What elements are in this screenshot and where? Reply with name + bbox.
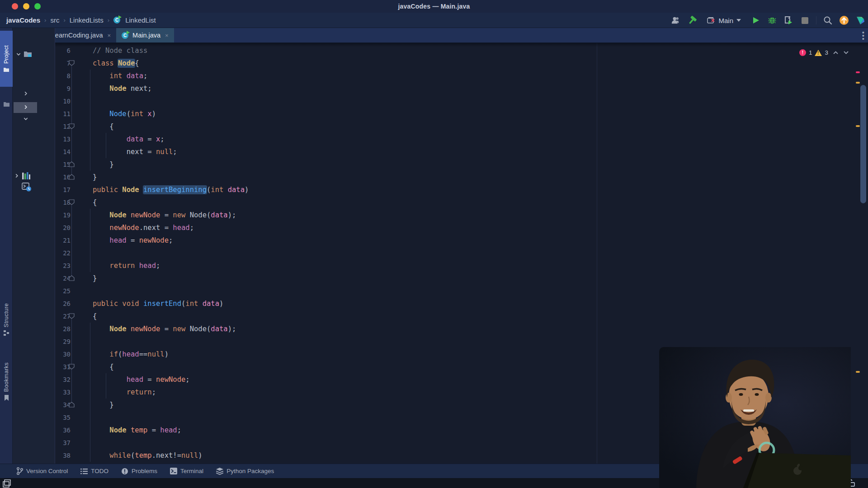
external-libraries-row[interactable]: [14, 172, 31, 179]
presenter-illustration: [659, 347, 851, 488]
code-line-19[interactable]: Node newNode = new Node(data);: [55, 209, 236, 221]
fold-marker-up[interactable]: [69, 402, 75, 408]
fold-marker-up[interactable]: [69, 275, 75, 281]
code-line-33[interactable]: return;: [55, 386, 156, 399]
code-line-38[interactable]: while(temp.next!=null): [55, 449, 203, 462]
sidebar-tab-bookmarks[interactable]: Bookmarks: [0, 353, 13, 410]
toolwindow-todo[interactable]: TODO: [80, 468, 108, 474]
project-tree-row[interactable]: [24, 117, 28, 121]
fold-marker-down[interactable]: [69, 123, 75, 129]
fold-marker-down[interactable]: [69, 313, 75, 319]
code-line-18[interactable]: {: [55, 196, 97, 209]
tab-options-icon[interactable]: •••: [862, 31, 864, 40]
warning-stripe-mark[interactable]: [856, 371, 860, 373]
close-tab-icon[interactable]: ×: [107, 32, 111, 39]
code-line-10[interactable]: [55, 95, 93, 108]
close-tab-icon[interactable]: ×: [165, 32, 169, 39]
windows-stack-icon[interactable]: [3, 479, 13, 488]
breadcrumb-src[interactable]: src: [50, 16, 59, 24]
minimize-window-button[interactable]: [23, 3, 29, 9]
build-hammer-icon[interactable]: [687, 15, 697, 25]
code-line-30[interactable]: if(head==null): [55, 348, 169, 361]
sidebar-tab-structure[interactable]: Structure: [0, 292, 13, 347]
toolwindow-label: Version Control: [26, 468, 68, 474]
code-line-22[interactable]: [55, 247, 93, 259]
commit-folder-icon[interactable]: [3, 101, 10, 107]
warning-icon: [815, 50, 822, 56]
toolwindow-python-packages[interactable]: Python Packages: [216, 468, 274, 475]
project-tree-row[interactable]: [24, 91, 28, 96]
project-tree-root-row[interactable]: [16, 51, 32, 57]
fold-marker-down[interactable]: [69, 364, 75, 370]
toolwindow-terminal[interactable]: Terminal: [170, 468, 203, 474]
breadcrumb-separator: ›: [63, 17, 65, 23]
todo-list-icon: [80, 468, 88, 474]
previous-problem-icon[interactable]: [833, 51, 839, 55]
code-line-29[interactable]: [55, 335, 93, 348]
code-line-9[interactable]: Node next;: [55, 82, 152, 95]
toolwindow-version-control[interactable]: Version Control: [16, 467, 68, 475]
error-count: 1: [809, 49, 812, 56]
error-stripe-mark[interactable]: [856, 71, 860, 73]
scratches-row[interactable]: [22, 183, 32, 192]
code-line-21[interactable]: head = newNode;: [55, 234, 173, 247]
code-line-12[interactable]: {: [55, 120, 114, 133]
warning-count: 3: [825, 49, 828, 56]
code-line-11[interactable]: Node(int x): [55, 108, 156, 120]
breadcrumb-project[interactable]: javaCodes: [6, 16, 40, 24]
code-line-28[interactable]: Node newNode = new Node(data);: [55, 323, 236, 335]
stop-button[interactable]: [800, 15, 810, 25]
code-line-25[interactable]: [55, 285, 93, 297]
users-icon[interactable]: [671, 15, 681, 25]
chevron-down-icon: [24, 117, 28, 121]
zoom-window-button[interactable]: [34, 3, 41, 9]
close-window-button[interactable]: [12, 3, 18, 9]
search-everywhere-icon[interactable]: [823, 15, 833, 25]
debug-button[interactable]: [767, 15, 777, 25]
code-line-23[interactable]: return head;: [55, 259, 160, 272]
fold-marker-up[interactable]: [69, 161, 75, 167]
fold-marker-down[interactable]: [69, 60, 75, 66]
code-line-37[interactable]: [55, 436, 93, 449]
update-available-icon[interactable]: [839, 15, 849, 25]
breadcrumb-linkedlists[interactable]: LinkedLists: [70, 16, 104, 24]
code-line-31[interactable]: {: [55, 361, 114, 373]
ide-logo-icon[interactable]: [855, 15, 865, 25]
next-problem-icon[interactable]: [843, 51, 849, 55]
fold-marker-up[interactable]: [69, 174, 75, 180]
run-configuration-selector[interactable]: Main: [703, 16, 745, 25]
java-class-icon: C: [113, 16, 121, 24]
problems-icon: [121, 468, 128, 475]
code-line-16[interactable]: }: [55, 171, 97, 183]
project-panel: [13, 28, 55, 478]
project-tree-row[interactable]: [24, 105, 28, 109]
code-line-20[interactable]: newNode.next = head;: [55, 221, 194, 234]
profile-button[interactable]: [783, 15, 793, 25]
code-line-14[interactable]: next = null;: [55, 145, 177, 158]
code-line-32[interactable]: head = newNode;: [55, 373, 190, 386]
code-line-26[interactable]: public void insertEnd(int data): [55, 297, 223, 310]
code-line-17[interactable]: public Node insertBeginning(int data): [55, 183, 249, 196]
warning-stripe-mark[interactable]: [856, 82, 860, 84]
code-line-34[interactable]: }: [55, 399, 114, 411]
code-line-13[interactable]: data = x;: [55, 133, 165, 145]
run-config-name: Main: [718, 17, 733, 24]
breadcrumb-linkedlist-class[interactable]: LinkedList: [125, 16, 156, 24]
code-line-24[interactable]: }: [55, 272, 97, 285]
code-line-35[interactable]: [55, 411, 93, 424]
warning-stripe-mark[interactable]: [856, 125, 860, 127]
chevron-right-icon: [24, 105, 28, 109]
code-line-15[interactable]: }: [55, 158, 114, 171]
sidebar-tab-project[interactable]: Project: [0, 31, 13, 87]
code-line-36[interactable]: Node temp = head;: [55, 424, 181, 436]
code-line-7[interactable]: class Node{: [55, 57, 139, 70]
editor-scrollbar[interactable]: [860, 85, 866, 203]
code-line-27[interactable]: {: [55, 310, 97, 323]
inspections-widget[interactable]: ! 1 3: [799, 49, 849, 56]
window-title: javaCodes — Main.java: [0, 3, 868, 10]
tab-main[interactable]: C Main.java ×: [116, 28, 174, 42]
code-line-8[interactable]: int data;: [55, 70, 147, 82]
run-button[interactable]: [751, 15, 761, 25]
toolwindow-problems[interactable]: Problems: [121, 468, 157, 475]
fold-marker-down[interactable]: [69, 199, 75, 205]
